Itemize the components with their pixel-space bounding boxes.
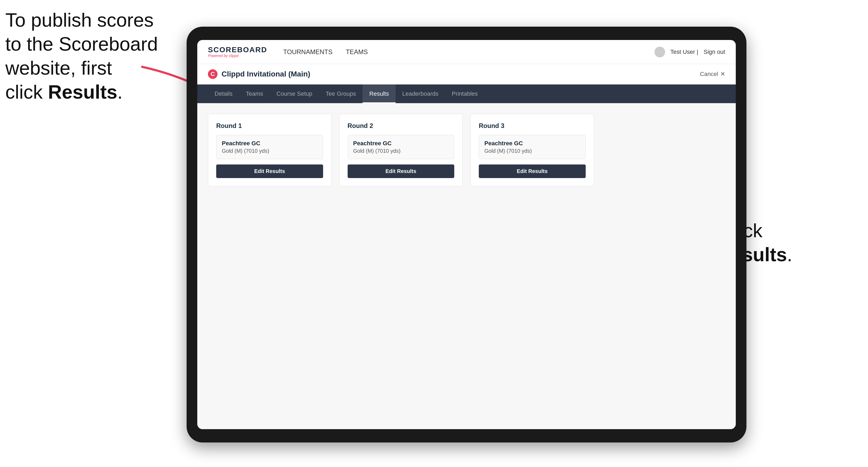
course-name-1: Peachtree GC <box>222 140 317 147</box>
course-card-1: Peachtree GC Gold (M) (7010 yds) <box>216 135 323 159</box>
sub-nav: Details Teams Course Setup Tee Groups Re… <box>197 85 736 103</box>
course-card-2: Peachtree GC Gold (M) (7010 yds) <box>348 135 455 159</box>
tab-details[interactable]: Details <box>208 85 239 103</box>
top-nav: SCOREBOARD Powered by clippd TOURNAMENTS… <box>197 40 736 64</box>
tab-printables[interactable]: Printables <box>445 85 485 103</box>
nav-tournaments[interactable]: TOURNAMENTS <box>283 47 333 57</box>
tab-course-setup[interactable]: Course Setup <box>270 85 319 103</box>
nav-right: Test User | Sign out <box>654 46 725 57</box>
tablet-screen: SCOREBOARD Powered by clippd TOURNAMENTS… <box>197 40 736 429</box>
tablet-frame: SCOREBOARD Powered by clippd TOURNAMENTS… <box>187 27 746 442</box>
course-name-2: Peachtree GC <box>353 140 449 147</box>
edit-results-button-2[interactable]: Edit Results <box>348 164 455 178</box>
round-3-title: Round 3 <box>479 122 586 129</box>
tournament-title-area: C Clippd Invitational (Main) <box>208 69 310 79</box>
user-name: Test User | <box>671 49 699 56</box>
course-details-2: Gold (M) (7010 yds) <box>353 148 449 154</box>
edit-results-button-1[interactable]: Edit Results <box>216 164 323 178</box>
round-1-title: Round 1 <box>216 122 323 129</box>
logo-area: SCOREBOARD Powered by clippd <box>208 46 267 58</box>
round-2-title: Round 2 <box>348 122 455 129</box>
sign-out-link[interactable]: Sign out <box>704 49 725 56</box>
round-card-2: Round 2 Peachtree GC Gold (M) (7010 yds)… <box>339 114 463 186</box>
nav-links: TOURNAMENTS TEAMS <box>283 47 654 57</box>
tab-leaderboards[interactable]: Leaderboards <box>396 85 445 103</box>
course-details-1: Gold (M) (7010 yds) <box>222 148 317 154</box>
tab-teams[interactable]: Teams <box>239 85 270 103</box>
main-content: Round 1 Peachtree GC Gold (M) (7010 yds)… <box>197 103 736 429</box>
course-details-3: Gold (M) (7010 yds) <box>485 148 580 154</box>
rounds-grid: Round 1 Peachtree GC Gold (M) (7010 yds)… <box>208 114 725 186</box>
logo-sub: Powered by clippd <box>208 54 267 58</box>
empty-slot <box>602 114 725 186</box>
cancel-button[interactable]: Cancel ✕ <box>700 71 725 77</box>
tab-results[interactable]: Results <box>363 85 395 103</box>
clippd-icon: C <box>208 69 218 79</box>
user-avatar <box>654 46 665 57</box>
edit-results-button-3[interactable]: Edit Results <box>479 164 586 178</box>
nav-teams[interactable]: TEAMS <box>346 47 368 57</box>
close-icon: ✕ <box>720 71 725 77</box>
tournament-header: C Clippd Invitational (Main) Cancel ✕ <box>197 64 736 85</box>
tab-tee-groups[interactable]: Tee Groups <box>319 85 363 103</box>
course-name-3: Peachtree GC <box>485 140 580 147</box>
logo-text: SCOREBOARD <box>208 46 267 54</box>
tournament-title: Clippd Invitational (Main) <box>221 70 310 79</box>
course-card-3: Peachtree GC Gold (M) (7010 yds) <box>479 135 586 159</box>
round-card-1: Round 1 Peachtree GC Gold (M) (7010 yds)… <box>208 114 331 186</box>
round-card-3: Round 3 Peachtree GC Gold (M) (7010 yds)… <box>470 114 594 186</box>
